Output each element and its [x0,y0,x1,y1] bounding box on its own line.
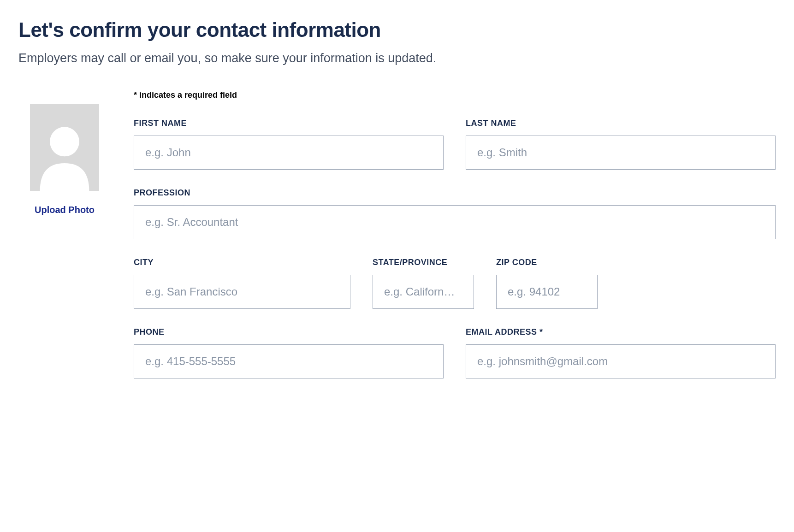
zip-input[interactable] [496,275,598,309]
profession-label: PROFESSION [134,188,776,198]
zip-group: ZIP CODE [496,258,598,309]
state-group: STATE/PROVINCE [373,258,474,309]
email-group: EMAIL ADDRESS * [466,327,776,378]
profession-row: PROFESSION [134,188,776,239]
last-name-label: LAST NAME [466,118,776,128]
phone-group: PHONE [134,327,444,378]
phone-input[interactable] [134,344,444,378]
avatar-placeholder [30,104,99,191]
email-label: EMAIL ADDRESS * [466,327,776,337]
email-input[interactable] [466,344,776,378]
last-name-input[interactable] [466,136,776,170]
required-note: * indicates a required field [134,90,776,100]
page-title: Let's confirm your contact information [18,18,776,41]
name-row: FIRST NAME LAST NAME [134,118,776,170]
form-column: * indicates a required field FIRST NAME … [134,90,776,397]
city-input[interactable] [134,275,350,309]
form-wrapper: Upload Photo * indicates a required fiel… [18,90,776,397]
profession-input[interactable] [134,205,776,239]
zip-label: ZIP CODE [496,258,598,267]
upload-photo-link[interactable]: Upload Photo [35,205,95,215]
state-label: STATE/PROVINCE [373,258,474,267]
contact-row: PHONE EMAIL ADDRESS * [134,327,776,378]
state-input[interactable] [373,275,474,309]
page-subtitle: Employers may call or email you, so make… [18,50,526,67]
svg-point-0 [50,127,79,156]
profession-group: PROFESSION [134,188,776,239]
first-name-input[interactable] [134,136,444,170]
location-row: CITY STATE/PROVINCE ZIP CODE [134,258,776,309]
first-name-label: FIRST NAME [134,118,444,128]
phone-label: PHONE [134,327,444,337]
photo-column: Upload Photo [18,90,111,215]
city-label: CITY [134,258,350,267]
first-name-group: FIRST NAME [134,118,444,170]
city-group: CITY [134,258,350,309]
last-name-group: LAST NAME [466,118,776,170]
person-silhouette-icon [32,117,97,191]
